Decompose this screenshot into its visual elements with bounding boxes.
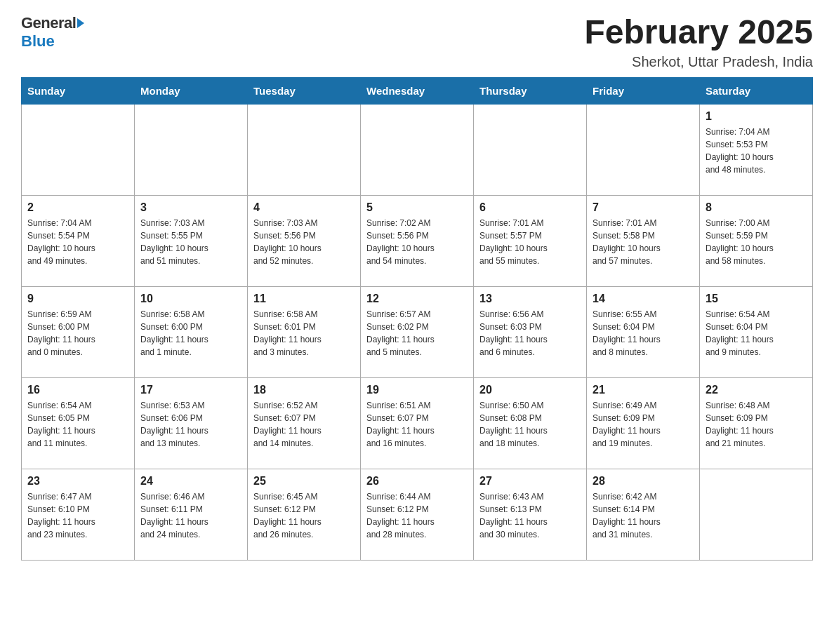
- day-number: 11: [253, 293, 355, 305]
- day-info: Sunrise: 6:58 AM Sunset: 6:00 PM Dayligh…: [140, 308, 241, 358]
- calendar-week-4: 16Sunrise: 6:54 AM Sunset: 6:05 PM Dayli…: [22, 377, 813, 469]
- calendar-cell: 13Sunrise: 6:56 AM Sunset: 6:03 PM Dayli…: [474, 286, 587, 377]
- day-info: Sunrise: 7:00 AM Sunset: 5:59 PM Dayligh…: [706, 217, 807, 267]
- month-title: February 2025: [584, 14, 813, 51]
- calendar-body: 1Sunrise: 7:04 AM Sunset: 5:53 PM Daylig…: [22, 104, 813, 560]
- calendar-cell: 17Sunrise: 6:53 AM Sunset: 6:06 PM Dayli…: [135, 377, 248, 469]
- day-info: Sunrise: 6:58 AM Sunset: 6:01 PM Dayligh…: [253, 308, 355, 358]
- calendar-cell: 2Sunrise: 7:04 AM Sunset: 5:54 PM Daylig…: [22, 195, 135, 286]
- weekday-header-thursday: Thursday: [474, 77, 587, 104]
- calendar-cell: [248, 104, 361, 195]
- day-info: Sunrise: 6:43 AM Sunset: 6:13 PM Dayligh…: [479, 490, 581, 541]
- calendar-week-2: 2Sunrise: 7:04 AM Sunset: 5:54 PM Daylig…: [22, 195, 813, 286]
- day-number: 16: [27, 384, 128, 396]
- calendar-cell: 19Sunrise: 6:51 AM Sunset: 6:07 PM Dayli…: [361, 377, 474, 469]
- day-info: Sunrise: 6:56 AM Sunset: 6:03 PM Dayligh…: [479, 308, 581, 358]
- day-info: Sunrise: 7:04 AM Sunset: 5:54 PM Dayligh…: [27, 217, 128, 267]
- day-number: 23: [27, 475, 128, 488]
- day-number: 27: [479, 475, 581, 488]
- calendar-cell: 23Sunrise: 6:47 AM Sunset: 6:10 PM Dayli…: [22, 469, 135, 560]
- title-area: February 2025 Sherkot, Uttar Pradesh, In…: [584, 14, 813, 70]
- weekday-header-sunday: Sunday: [22, 77, 135, 104]
- page-header: General Blue February 2025 Sherkot, Utta…: [21, 14, 813, 70]
- day-number: 25: [253, 475, 355, 488]
- day-info: Sunrise: 6:51 AM Sunset: 6:07 PM Dayligh…: [366, 399, 468, 450]
- calendar-cell: 4Sunrise: 7:03 AM Sunset: 5:56 PM Daylig…: [248, 195, 361, 286]
- day-info: Sunrise: 7:04 AM Sunset: 5:53 PM Dayligh…: [706, 126, 807, 176]
- weekday-header-wednesday: Wednesday: [361, 77, 474, 104]
- calendar-cell: 6Sunrise: 7:01 AM Sunset: 5:57 PM Daylig…: [474, 195, 587, 286]
- calendar-cell: [474, 104, 587, 195]
- day-info: Sunrise: 6:46 AM Sunset: 6:11 PM Dayligh…: [140, 490, 241, 541]
- day-number: 3: [140, 201, 241, 214]
- day-info: Sunrise: 6:55 AM Sunset: 6:04 PM Dayligh…: [593, 308, 694, 358]
- calendar-week-1: 1Sunrise: 7:04 AM Sunset: 5:53 PM Daylig…: [22, 104, 813, 195]
- calendar-cell: 18Sunrise: 6:52 AM Sunset: 6:07 PM Dayli…: [248, 377, 361, 469]
- day-info: Sunrise: 6:44 AM Sunset: 6:12 PM Dayligh…: [366, 490, 468, 541]
- day-info: Sunrise: 7:03 AM Sunset: 5:55 PM Dayligh…: [140, 217, 241, 267]
- calendar-cell: [587, 104, 700, 195]
- day-number: 14: [593, 293, 694, 305]
- calendar-cell: 12Sunrise: 6:57 AM Sunset: 6:02 PM Dayli…: [361, 286, 474, 377]
- day-info: Sunrise: 6:42 AM Sunset: 6:14 PM Dayligh…: [593, 490, 694, 541]
- day-info: Sunrise: 7:01 AM Sunset: 5:58 PM Dayligh…: [593, 217, 694, 267]
- day-number: 17: [140, 384, 241, 396]
- day-number: 10: [140, 293, 241, 305]
- day-number: 4: [253, 201, 355, 214]
- calendar-cell: [22, 104, 135, 195]
- day-info: Sunrise: 6:54 AM Sunset: 6:05 PM Dayligh…: [27, 399, 128, 450]
- calendar-cell: 3Sunrise: 7:03 AM Sunset: 5:55 PM Daylig…: [135, 195, 248, 286]
- calendar-cell: 21Sunrise: 6:49 AM Sunset: 6:09 PM Dayli…: [587, 377, 700, 469]
- day-number: 15: [706, 293, 807, 305]
- calendar-week-3: 9Sunrise: 6:59 AM Sunset: 6:00 PM Daylig…: [22, 286, 813, 377]
- logo: General Blue: [21, 14, 84, 51]
- day-number: 18: [253, 384, 355, 396]
- logo-blue-text: Blue: [21, 32, 55, 50]
- day-info: Sunrise: 6:53 AM Sunset: 6:06 PM Dayligh…: [140, 399, 241, 450]
- weekday-header-friday: Friday: [587, 77, 700, 104]
- logo-general-text: General: [21, 14, 76, 32]
- calendar-cell: [700, 469, 813, 560]
- day-info: Sunrise: 7:03 AM Sunset: 5:56 PM Dayligh…: [253, 217, 355, 267]
- calendar-table: SundayMondayTuesdayWednesdayThursdayFrid…: [21, 77, 813, 561]
- calendar-cell: [135, 104, 248, 195]
- day-number: 5: [366, 201, 468, 214]
- day-info: Sunrise: 6:54 AM Sunset: 6:04 PM Dayligh…: [706, 308, 807, 358]
- day-info: Sunrise: 6:57 AM Sunset: 6:02 PM Dayligh…: [366, 308, 468, 358]
- day-number: 8: [706, 201, 807, 214]
- day-number: 19: [366, 384, 468, 396]
- location-title: Sherkot, Uttar Pradesh, India: [584, 54, 813, 70]
- calendar-cell: 28Sunrise: 6:42 AM Sunset: 6:14 PM Dayli…: [587, 469, 700, 560]
- calendar-cell: 5Sunrise: 7:02 AM Sunset: 5:56 PM Daylig…: [361, 195, 474, 286]
- calendar-cell: 14Sunrise: 6:55 AM Sunset: 6:04 PM Dayli…: [587, 286, 700, 377]
- day-number: 28: [593, 475, 694, 488]
- calendar-week-5: 23Sunrise: 6:47 AM Sunset: 6:10 PM Dayli…: [22, 469, 813, 560]
- day-info: Sunrise: 7:02 AM Sunset: 5:56 PM Dayligh…: [366, 217, 468, 267]
- weekday-row: SundayMondayTuesdayWednesdayThursdayFrid…: [22, 77, 813, 104]
- calendar-cell: 25Sunrise: 6:45 AM Sunset: 6:12 PM Dayli…: [248, 469, 361, 560]
- weekday-header-tuesday: Tuesday: [248, 77, 361, 104]
- calendar-cell: 8Sunrise: 7:00 AM Sunset: 5:59 PM Daylig…: [700, 195, 813, 286]
- calendar-header: SundayMondayTuesdayWednesdayThursdayFrid…: [22, 77, 813, 104]
- day-info: Sunrise: 6:59 AM Sunset: 6:00 PM Dayligh…: [27, 308, 128, 358]
- day-info: Sunrise: 6:50 AM Sunset: 6:08 PM Dayligh…: [479, 399, 581, 450]
- day-info: Sunrise: 7:01 AM Sunset: 5:57 PM Dayligh…: [479, 217, 581, 267]
- day-number: 12: [366, 293, 468, 305]
- weekday-header-monday: Monday: [135, 77, 248, 104]
- day-number: 7: [593, 201, 694, 214]
- day-number: 26: [366, 475, 468, 488]
- calendar-cell: 15Sunrise: 6:54 AM Sunset: 6:04 PM Dayli…: [700, 286, 813, 377]
- calendar-cell: 11Sunrise: 6:58 AM Sunset: 6:01 PM Dayli…: [248, 286, 361, 377]
- day-info: Sunrise: 6:47 AM Sunset: 6:10 PM Dayligh…: [27, 490, 128, 541]
- calendar-cell: 9Sunrise: 6:59 AM Sunset: 6:00 PM Daylig…: [22, 286, 135, 377]
- weekday-header-saturday: Saturday: [700, 77, 813, 104]
- day-info: Sunrise: 6:45 AM Sunset: 6:12 PM Dayligh…: [253, 490, 355, 541]
- calendar-cell: 20Sunrise: 6:50 AM Sunset: 6:08 PM Dayli…: [474, 377, 587, 469]
- day-number: 6: [479, 201, 581, 214]
- day-number: 13: [479, 293, 581, 305]
- day-info: Sunrise: 6:52 AM Sunset: 6:07 PM Dayligh…: [253, 399, 355, 450]
- day-number: 20: [479, 384, 581, 396]
- calendar-cell: 7Sunrise: 7:01 AM Sunset: 5:58 PM Daylig…: [587, 195, 700, 286]
- day-number: 24: [140, 475, 241, 488]
- calendar-cell: 10Sunrise: 6:58 AM Sunset: 6:00 PM Dayli…: [135, 286, 248, 377]
